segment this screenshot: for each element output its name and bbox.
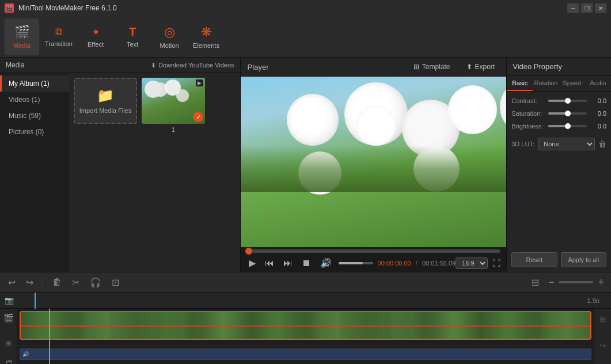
import-media-card[interactable]: 📁 Import Media Files: [74, 78, 137, 133]
toolbar-text-label: Text: [127, 41, 138, 48]
right-panel: Video Property Basic Rotation Speed Audi…: [506, 58, 611, 272]
sidebar-item-pictures[interactable]: Pictures (0): [0, 124, 69, 140]
toolbar-separator-1: [43, 276, 43, 288]
apply-to-all-button[interactable]: Apply to all: [561, 252, 606, 267]
fullscreen-button[interactable]: ⛶: [492, 259, 500, 268]
sidebar-music-label: Music (59): [9, 112, 41, 120]
download-label: Download YouTube Videos: [158, 62, 234, 69]
contrast-slider[interactable]: [548, 100, 587, 102]
video-property-title: Video Property: [507, 58, 611, 76]
toolbar-right: ⊟ − +: [528, 275, 606, 290]
track-forward-button[interactable]: ↪: [599, 341, 606, 350]
left-sidebar: My Album (1) Videos (1) Music (59) Pictu…: [0, 73, 240, 272]
sidebar-item-music[interactable]: Music (59): [0, 108, 69, 124]
lut-row: 3D LUT: None 🗑: [511, 138, 606, 150]
brightness-slider[interactable]: [548, 125, 587, 127]
player-progress-bar[interactable]: [241, 247, 507, 254]
media-icon: 🎬: [14, 25, 30, 40]
volume-slider[interactable]: [339, 262, 373, 264]
delete-button[interactable]: 🗑: [49, 275, 65, 289]
saturation-row: Saturation: 0.0: [511, 110, 606, 117]
tracks-area: ← ← 🔊: [17, 309, 594, 364]
split-view-button[interactable]: ⊟: [528, 275, 542, 290]
next-frame-button[interactable]: ⏭: [281, 257, 295, 270]
player-video[interactable]: [241, 77, 507, 247]
zoom-controls: − +: [546, 275, 606, 290]
time-separator: /: [416, 259, 418, 267]
prev-frame-button[interactable]: ⏮: [263, 257, 276, 270]
app-title: MiniTool MovieMaker Free 6.1.0: [18, 4, 563, 12]
contrast-row: Contrast: 0.0: [511, 97, 606, 104]
download-youtube-button[interactable]: ⬇ Download YouTube Videos: [151, 62, 234, 69]
stop-button[interactable]: ⏹: [299, 257, 313, 270]
folder-icon: 📁: [97, 88, 114, 104]
progress-track[interactable]: [246, 249, 501, 253]
aspect-ratio-select[interactable]: 16:9 4:3 1:1: [456, 257, 488, 269]
toolbar-elements[interactable]: ❋ Elements: [189, 18, 223, 55]
import-card[interactable]: 📁 Import Media Files: [74, 78, 137, 124]
track-add-button[interactable]: ⊞: [599, 314, 606, 324]
zoom-slider[interactable]: [559, 281, 593, 283]
contrast-thumb[interactable]: [565, 98, 571, 104]
thumb-badge: ▶: [196, 79, 203, 86]
media-thumbnail[interactable]: ▶ ✓: [142, 78, 205, 124]
track-side-panel: ⊞ ↪: [594, 309, 611, 364]
bottom-toolbar: ↩ ↪ 🗑 ✂ 🎧 ⊡ ⊟ − +: [0, 272, 611, 293]
toolbar-motion[interactable]: ◎ Motion: [152, 18, 187, 55]
timeline: 📷 1.9n 🎬 ⊕ 🎵 ←: [0, 293, 611, 364]
undo-button[interactable]: ↩: [5, 275, 19, 290]
play-button[interactable]: ▶: [246, 256, 258, 270]
toolbar-effect[interactable]: ✦ Effect: [78, 18, 113, 55]
cut-button[interactable]: ✂: [69, 275, 83, 290]
main-toolbar: 🎬 Media ⧉ Transition ✦ Effect T Text ◎ M…: [0, 16, 611, 58]
mute-button[interactable]: 🔊: [318, 256, 334, 270]
redo-button[interactable]: ↪: [22, 275, 37, 290]
timeline-header: 📷 1.9n: [0, 293, 611, 309]
close-button[interactable]: ✕: [595, 3, 606, 13]
audio-clip[interactable]: 🔊: [20, 348, 591, 360]
sidebar-myalbum-label: My Album (1): [9, 79, 50, 88]
zoom-out-button[interactable]: −: [546, 275, 557, 290]
property-tabs: Basic Rotation Speed Audio: [507, 76, 611, 92]
tab-speed[interactable]: Speed: [559, 76, 585, 91]
effect-track-icon: ⊕: [5, 336, 12, 350]
saturation-slider[interactable]: [548, 112, 587, 115]
controls-left: ▶ ⏮ ⏭ ⏹ 🔊 00:00:00.00 / 00:01:55.09: [246, 256, 456, 270]
lut-delete-button[interactable]: 🗑: [598, 139, 606, 149]
brightness-row: Brightness: 0.0: [511, 123, 606, 130]
minimize-button[interactable]: ─: [567, 3, 579, 13]
saturation-thumb[interactable]: [565, 111, 571, 116]
toolbar-media[interactable]: 🎬 Media: [5, 18, 39, 55]
template-button[interactable]: ⊞ Template: [409, 61, 455, 73]
crop-button[interactable]: ⊡: [108, 275, 123, 290]
template-label: Template: [422, 63, 450, 71]
sidebar-item-myalbum[interactable]: My Album (1): [0, 75, 69, 92]
tab-basic-label: Basic: [512, 79, 527, 86]
toolbar-text[interactable]: T Text: [115, 18, 150, 55]
panel-title: Media: [6, 61, 25, 69]
media-thumb-card[interactable]: ▶ ✓ 1: [142, 78, 205, 133]
thumb-check: ✓: [193, 112, 203, 122]
lut-select[interactable]: None: [538, 138, 595, 150]
progress-thumb[interactable]: [245, 248, 252, 255]
export-button[interactable]: ⬆ Export: [462, 61, 500, 73]
player-panel: Player ⊞ Template ⬆ Export: [241, 58, 507, 272]
tab-audio[interactable]: Audio: [585, 76, 611, 91]
tab-basic[interactable]: Basic: [507, 76, 533, 91]
window-controls: ─ ❐ ✕: [567, 3, 606, 13]
video-clip[interactable]: ← ←: [20, 311, 591, 340]
detach-audio-button[interactable]: 🎧: [86, 275, 105, 290]
current-time: 00:00:00.00: [378, 260, 411, 267]
tab-rotation[interactable]: Rotation: [533, 76, 559, 91]
toolbar-transition[interactable]: ⧉ Transition: [41, 18, 76, 55]
audio-icon: 🔊: [22, 351, 29, 357]
zoom-in-button[interactable]: +: [595, 275, 606, 290]
restore-button[interactable]: ❐: [581, 3, 593, 13]
sidebar-item-videos[interactable]: Videos (1): [0, 92, 69, 108]
lut-label: 3D LUT:: [511, 141, 534, 147]
motion-icon: ◎: [164, 25, 175, 40]
media-count-label: 1: [172, 126, 175, 133]
audio-track: 🔊: [17, 346, 594, 364]
reset-button[interactable]: Reset: [511, 252, 557, 267]
brightness-thumb[interactable]: [565, 123, 571, 129]
